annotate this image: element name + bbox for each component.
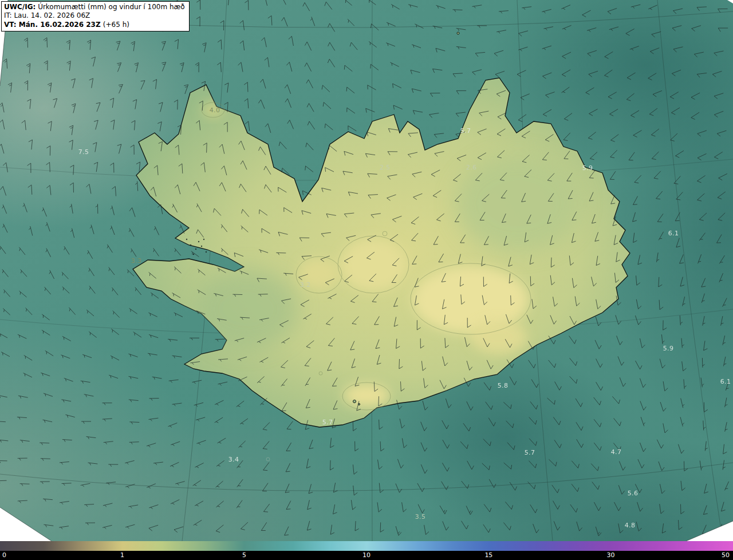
colorbar-tick-label: 50 — [722, 551, 730, 559]
model-label: UWC/IG: — [4, 3, 36, 11]
colorbar-tick-label: 5 — [242, 551, 246, 559]
title-line-init: IT: Lau. 14. 02. 2026 06Z — [4, 11, 185, 20]
map-title-text: Úrkomumætti (mm) og vindur í 100m hæð — [38, 3, 185, 11]
map-canvas — [0, 0, 733, 541]
colorbar-ticks: 01510153050 — [0, 551, 733, 560]
valid-offset: (+65 h) — [103, 21, 129, 29]
colorbar-tick-label: 0 — [2, 551, 6, 559]
init-label: IT: — [4, 11, 12, 19]
colorbar-tick-label: 10 — [362, 551, 371, 559]
title-line-valid: VT: Mán. 16.02.2026 23Z (+65 h) — [4, 21, 185, 29]
colorbar-gradient — [0, 541, 733, 551]
colorbar-tick-label: 15 — [484, 551, 492, 559]
colorbar-tick-label: 1 — [120, 551, 124, 559]
valid-time: Mán. 16.02.2026 23Z — [19, 21, 101, 29]
init-time: Lau. 14. 02. 2026 06Z — [14, 11, 90, 19]
weather-map-page: 4.07.55.72.52.65.96.13.33.25.96.15.85.73… — [0, 0, 733, 560]
map-area: 4.07.55.72.52.65.96.13.33.25.96.15.85.73… — [0, 0, 733, 541]
map-title-box: UWC/IG: Úrkomumætti (mm) og vindur í 100… — [1, 1, 190, 31]
colorbar-tick-label: 30 — [607, 551, 615, 559]
title-line-model: UWC/IG: Úrkomumætti (mm) og vindur í 100… — [4, 3, 185, 11]
colorbar: 01510153050 — [0, 541, 733, 560]
valid-label: VT: — [4, 21, 17, 29]
